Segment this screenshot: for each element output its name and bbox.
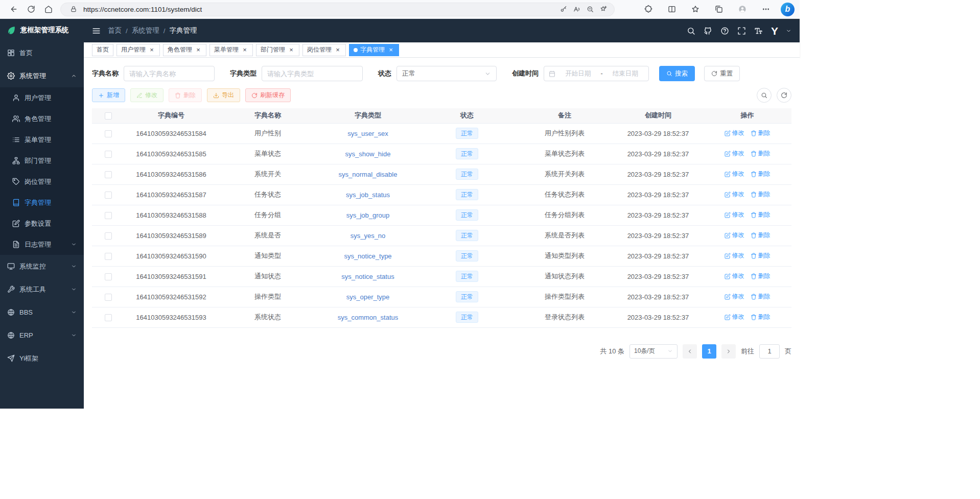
font-size-icon[interactable] xyxy=(754,27,763,35)
row-checkbox[interactable] xyxy=(105,130,112,137)
sidebar-item-system[interactable]: 系统管理 xyxy=(0,64,84,87)
sidebar-item-log[interactable]: 日志管理 xyxy=(0,234,84,255)
extensions-icon[interactable] xyxy=(640,2,657,17)
toggle-search-button[interactable] xyxy=(757,88,772,103)
row-delete-button[interactable]: 删除 xyxy=(751,129,771,137)
sidebar-item-dict[interactable]: 字典管理 xyxy=(0,192,84,213)
tab-home[interactable]: 首页 xyxy=(92,44,113,56)
row-delete-button[interactable]: 删除 xyxy=(751,149,771,158)
refresh-cache-button[interactable]: 刷新缓存 xyxy=(245,88,291,102)
reset-button[interactable]: 重置 xyxy=(704,66,740,81)
dict-type-link[interactable]: sys_job_group xyxy=(346,211,390,219)
row-edit-button[interactable]: 修改 xyxy=(725,210,744,219)
search-button[interactable]: 搜索 xyxy=(659,66,695,81)
dict-type-link[interactable]: sys_show_hide xyxy=(345,150,391,158)
prev-page-button[interactable] xyxy=(683,344,697,359)
bing-chat-icon[interactable]: b xyxy=(781,3,795,16)
row-delete-button[interactable]: 删除 xyxy=(751,251,771,260)
add-button[interactable]: 新增 xyxy=(92,88,125,102)
password-key-icon[interactable] xyxy=(557,3,570,15)
row-edit-button[interactable]: 修改 xyxy=(725,129,744,137)
split-screen-icon[interactable] xyxy=(663,2,681,17)
page-size-select[interactable]: 10条/页 xyxy=(629,344,678,359)
browser-refresh-button[interactable] xyxy=(22,2,40,17)
sidebar-item-param[interactable]: 参数设置 xyxy=(0,213,84,234)
edit-button[interactable]: 修改 xyxy=(130,88,164,102)
github-icon[interactable] xyxy=(704,27,712,35)
tab-close-icon[interactable]: × xyxy=(288,46,295,54)
row-edit-button[interactable]: 修改 xyxy=(725,292,744,301)
header-search-icon[interactable] xyxy=(687,27,695,35)
dict-type-link[interactable]: sys_notice_status xyxy=(341,273,394,280)
row-delete-button[interactable]: 删除 xyxy=(751,313,771,321)
tab-user[interactable]: 用户管理× xyxy=(116,44,160,56)
fullscreen-icon[interactable] xyxy=(737,27,746,35)
tab-close-icon[interactable]: × xyxy=(195,46,202,54)
row-edit-button[interactable]: 修改 xyxy=(725,313,744,321)
row-checkbox[interactable] xyxy=(105,294,112,301)
sidebar-item-monitor[interactable]: 系统监控 xyxy=(0,255,84,278)
dict-type-input[interactable] xyxy=(262,66,363,81)
collections-icon[interactable] xyxy=(710,2,728,17)
sidebar-item-menu[interactable]: 菜单管理 xyxy=(0,129,84,150)
add-favorite-icon[interactable] xyxy=(597,3,610,15)
row-edit-button[interactable]: 修改 xyxy=(725,170,744,178)
user-avatar-logo[interactable]: Y xyxy=(771,26,778,36)
favorites-icon[interactable] xyxy=(687,2,704,17)
row-edit-button[interactable]: 修改 xyxy=(725,272,744,280)
sidebar-item-tools[interactable]: 系统工具 xyxy=(0,278,84,301)
end-date-placeholder[interactable]: 结束日期 xyxy=(607,69,644,78)
hamburger-icon[interactable] xyxy=(92,27,101,35)
row-checkbox[interactable] xyxy=(105,192,112,199)
sidebar-item-post[interactable]: 岗位管理 xyxy=(0,171,84,192)
tab-close-icon[interactable]: × xyxy=(387,46,394,54)
profile-avatar[interactable] xyxy=(734,2,751,17)
lock-icon[interactable] xyxy=(67,3,80,15)
tab-close-icon[interactable]: × xyxy=(148,46,155,54)
sidebar-item-erp[interactable]: ERP xyxy=(0,324,84,347)
zoom-out-icon[interactable] xyxy=(584,3,597,15)
sidebar-item-role[interactable]: 角色管理 xyxy=(0,108,84,129)
row-delete-button[interactable]: 删除 xyxy=(751,190,771,199)
dict-type-link[interactable]: sys_common_status xyxy=(338,314,399,321)
row-checkbox[interactable] xyxy=(105,253,112,260)
row-checkbox[interactable] xyxy=(105,151,112,158)
sidebar-item-yi[interactable]: Yi框架 xyxy=(0,347,84,370)
read-aloud-icon[interactable] xyxy=(570,3,584,15)
breadcrumb-item[interactable]: 字典管理 xyxy=(170,26,197,35)
address-bar[interactable]: https://ccnetcore.com:1101/system/dict xyxy=(60,3,615,16)
dict-type-link[interactable]: sys_oper_type xyxy=(346,293,390,301)
tab-dept[interactable]: 部门管理× xyxy=(256,44,299,56)
row-edit-button[interactable]: 修改 xyxy=(725,149,744,158)
breadcrumb-item[interactable]: 系统管理 xyxy=(132,26,159,35)
goto-page-input[interactable] xyxy=(759,344,780,359)
status-select[interactable]: 正常 xyxy=(396,66,497,81)
select-all-checkbox[interactable] xyxy=(105,112,112,120)
sidebar-item-bbs[interactable]: BBS xyxy=(0,301,84,324)
tab-menu[interactable]: 菜单管理× xyxy=(209,44,253,56)
row-delete-button[interactable]: 删除 xyxy=(751,170,771,178)
row-edit-button[interactable]: 修改 xyxy=(725,231,744,240)
row-delete-button[interactable]: 删除 xyxy=(751,272,771,280)
row-edit-button[interactable]: 修改 xyxy=(725,251,744,260)
row-checkbox[interactable] xyxy=(105,232,112,240)
dict-name-input[interactable] xyxy=(124,66,215,81)
start-date-placeholder[interactable]: 开始日期 xyxy=(559,69,596,78)
avatar-caret-icon[interactable] xyxy=(786,28,791,34)
export-button[interactable]: 导出 xyxy=(207,88,240,102)
sidebar-item-user[interactable]: 用户管理 xyxy=(0,87,84,108)
current-page-button[interactable]: 1 xyxy=(702,344,716,359)
row-checkbox[interactable] xyxy=(105,171,112,178)
breadcrumb-item[interactable]: 首页 xyxy=(108,26,122,35)
delete-button[interactable]: 删除 xyxy=(169,88,202,102)
tab-close-icon[interactable]: × xyxy=(241,46,248,54)
dict-type-link[interactable]: sys_user_sex xyxy=(347,130,388,137)
next-page-button[interactable] xyxy=(721,344,736,359)
row-checkbox[interactable] xyxy=(105,212,112,219)
date-range-picker[interactable]: 开始日期 - 结束日期 xyxy=(544,66,649,81)
tab-dict[interactable]: 字典管理× xyxy=(349,44,399,56)
row-edit-button[interactable]: 修改 xyxy=(725,190,744,199)
row-delete-button[interactable]: 删除 xyxy=(751,210,771,219)
dict-type-link[interactable]: sys_normal_disable xyxy=(339,171,398,178)
tab-close-icon[interactable]: × xyxy=(334,46,341,54)
